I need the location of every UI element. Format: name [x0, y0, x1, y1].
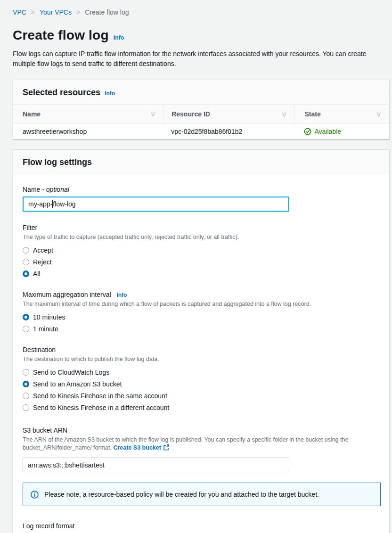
column-header-state[interactable]: State ▽ [294, 105, 389, 123]
radio-option-kinesis-same-account[interactable]: Send to Kinesis Firehose in the same acc… [23, 391, 380, 401]
radio-icon[interactable] [23, 393, 29, 399]
sort-icon[interactable]: ▽ [377, 111, 381, 117]
policy-info-alert: Please note, a resource-based policy wil… [23, 483, 381, 506]
radio-label: Send to Kinesis Firehose in the same acc… [33, 392, 167, 400]
external-link-icon [163, 444, 169, 453]
page-title-text: Create flow log [13, 28, 109, 42]
column-label: Name [23, 110, 41, 118]
radio-label: Send to CloudWatch Logs [33, 369, 109, 376]
column-header-name[interactable]: Name ▽ [13, 105, 163, 123]
page-description: Flow logs can capture IP traffic flow in… [13, 49, 381, 69]
radio-label: Send to Kinesis Firehose in a different … [33, 404, 169, 411]
create-flow-log-page: VPC > Your VPCs > Create flow log Create… [0, 0, 390, 533]
page-title: Create flow logInfo [13, 28, 390, 43]
name-field-group: Name - optional my-app-flow-log [23, 186, 380, 212]
filter-options: Accept Reject All [23, 246, 380, 279]
input-text: flow-log [53, 200, 75, 208]
label-text: Maximum aggregation interval [23, 291, 111, 298]
state-label: Available [314, 128, 341, 135]
flow-log-settings-body: Name - optional my-app-flow-log Filter T… [13, 174, 389, 533]
description-text: The ARN of the Amazon S3 bucket to which… [23, 436, 348, 451]
radio-icon[interactable] [23, 271, 29, 277]
s3-bucket-arn-label: S3 bucket ARN [23, 426, 380, 434]
breadcrumb-vpc[interactable]: VPC [13, 8, 26, 16]
radio-option-accept[interactable]: Accept [23, 246, 380, 255]
radio-label: Send to an Amazon S3 bucket [33, 380, 122, 388]
s3-bucket-arn-input[interactable] [23, 458, 289, 472]
radio-label: Reject [33, 258, 52, 266]
breadcrumb: VPC > Your VPCs > Create flow log [13, 8, 390, 16]
destination-label: Destination [23, 346, 380, 353]
flow-log-settings-title: Flow log settings [23, 157, 92, 167]
radio-icon[interactable] [23, 314, 29, 320]
s3-bucket-arn-group: S3 bucket ARN The ARN of the Amazon S3 b… [23, 426, 380, 472]
chevron-right-icon: > [31, 8, 35, 16]
column-label: State [304, 110, 320, 118]
selected-resources-header: Selected resourcesInfo [13, 80, 389, 105]
radio-option-10-minutes[interactable]: 10 minutes [23, 312, 380, 322]
filter-label: Filter [23, 224, 380, 231]
s3-bucket-arn-description: The ARN of the Amazon S3 bucket to which… [23, 436, 349, 453]
destination-group: Destination The destination to which to … [23, 346, 380, 412]
radio-option-s3-bucket[interactable]: Send to an Amazon S3 bucket [23, 379, 380, 389]
link-text: Create S3 bucket [113, 444, 161, 451]
table-row: awsthreetierworkshop vpc-02d25f8bab86f01… [13, 124, 389, 139]
radio-label: 10 minutes [33, 313, 65, 321]
aggregation-interval-label: Maximum aggregation interval Info [23, 291, 380, 298]
radio-icon[interactable] [23, 381, 29, 387]
breadcrumb-your-vpcs[interactable]: Your VPCs [40, 8, 72, 16]
radio-option-cloudwatch[interactable]: Send to CloudWatch Logs [23, 368, 380, 377]
column-header-resource-id[interactable]: Resource ID ▽ [163, 105, 294, 123]
selected-resources-info-link[interactable]: Info [105, 90, 115, 97]
aggregation-interval-group: Maximum aggregation interval Info The ma… [23, 291, 380, 334]
radio-icon[interactable] [23, 369, 29, 376]
cell-name: awsthreetierworkshop [13, 124, 163, 139]
aggregation-description: The maximum interval of time during whic… [23, 300, 380, 308]
column-label: Resource ID [172, 110, 210, 118]
sort-icon[interactable]: ▽ [151, 111, 155, 117]
label-text: Name [23, 186, 40, 193]
radio-label: All [33, 270, 41, 278]
create-s3-bucket-link[interactable]: Create S3 bucket [113, 444, 169, 451]
aggregation-options: 10 minutes 1 minute [23, 312, 380, 334]
info-icon [31, 491, 39, 499]
log-record-format-group: Log record format Specify the fields to … [23, 522, 380, 533]
radio-icon[interactable] [23, 247, 29, 254]
input-text: my-app- [28, 200, 52, 208]
chevron-right-icon: > [76, 8, 80, 16]
check-circle-icon [304, 128, 311, 135]
log-record-format-label: Log record format [23, 522, 380, 530]
radio-option-1-minute[interactable]: 1 minute [23, 324, 380, 334]
breadcrumb-current: Create flow log [85, 8, 129, 16]
resource-name: awsthreetierworkshop [23, 128, 87, 135]
name-input[interactable]: my-app-flow-log [23, 197, 289, 212]
radio-icon[interactable] [23, 404, 29, 411]
sort-icon[interactable]: ▽ [282, 111, 286, 117]
name-field-label: Name - optional [23, 186, 380, 193]
table-header-row: Name ▽ Resource ID ▽ State ▽ [13, 105, 389, 124]
radio-icon[interactable] [23, 259, 29, 265]
radio-option-kinesis-different-account[interactable]: Send to Kinesis Firehose in a different … [23, 403, 380, 412]
cell-state: Available [294, 124, 389, 139]
selected-resources-panel: Selected resourcesInfo Name ▽ Resource I… [13, 80, 390, 139]
destination-description: The destination to which to publish the … [23, 355, 380, 363]
resource-id: vpc-02d25f8bab86f01b2 [171, 128, 242, 135]
filter-description: The type of traffic to capture (accepted… [23, 233, 380, 241]
flow-log-settings-panel: Flow log settings Name - optional my-app… [13, 149, 390, 533]
selected-resources-title: Selected resources [23, 88, 100, 97]
radio-option-all[interactable]: All [23, 269, 380, 279]
aggregation-info-link[interactable]: Info [116, 292, 127, 298]
alert-text: Please note, a resource-based policy wil… [44, 491, 319, 498]
radio-icon[interactable] [23, 326, 29, 332]
radio-label: Accept [33, 246, 53, 254]
page-info-link[interactable]: Info [114, 34, 124, 41]
radio-label: 1 minute [33, 325, 58, 333]
filter-group: Filter The type of traffic to capture (a… [23, 224, 380, 279]
flow-log-settings-header: Flow log settings [13, 150, 389, 174]
status-badge: Available [304, 128, 341, 135]
optional-suffix: - optional [42, 186, 69, 193]
cell-resource-id: vpc-02d25f8bab86f01b2 [163, 124, 294, 139]
destination-options: Send to CloudWatch Logs Send to an Amazo… [23, 368, 380, 412]
radio-option-reject[interactable]: Reject [23, 257, 380, 267]
